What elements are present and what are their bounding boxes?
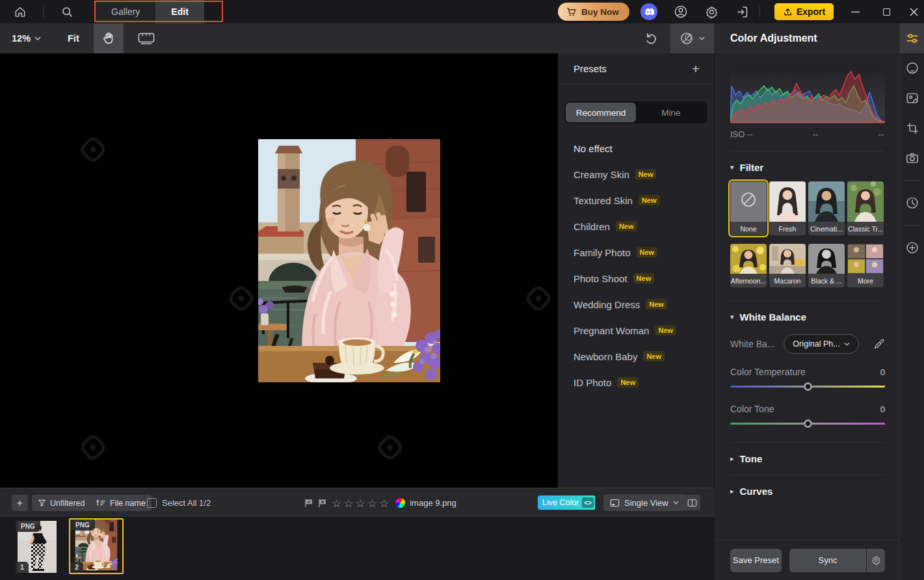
home-icon: [14, 5, 27, 18]
tab-edit[interactable]: Edit: [155, 0, 204, 23]
sidebar-item-adjustments[interactable]: [900, 23, 924, 53]
fit-button[interactable]: Fit: [68, 23, 79, 53]
undo-button[interactable]: [637, 23, 667, 53]
buy-now-button[interactable]: Buy Now: [558, 3, 629, 21]
flag-reject-icon[interactable]: [318, 498, 327, 508]
eyedropper-button[interactable]: [873, 337, 885, 350]
account-button[interactable]: [670, 0, 692, 23]
filter-fresh[interactable]: Fresh: [769, 181, 806, 235]
chevron-down-icon: [699, 36, 705, 40]
preset-item-textured-skin[interactable]: Textured SkinNew: [558, 187, 714, 213]
canvas-viewport[interactable]: [0, 53, 558, 488]
preset-item-id-photo[interactable]: ID PhotoNew: [558, 369, 714, 395]
preset-item-wedding-dress[interactable]: Wedding DressNew: [558, 291, 714, 317]
slider-thumb[interactable]: [804, 382, 812, 391]
filmstrip-view-button[interactable]: [131, 23, 161, 53]
exit-button[interactable]: [731, 0, 753, 23]
index-badge: 1: [16, 562, 29, 573]
minimize-button[interactable]: [844, 0, 866, 23]
preset-item-children[interactable]: ChildrenNew: [558, 213, 714, 239]
sort-by-button[interactable]: File name: [90, 495, 152, 511]
close-button[interactable]: [904, 0, 924, 23]
curves-section-header[interactable]: ▸ Curves: [730, 486, 885, 497]
gear-icon: [871, 555, 881, 565]
tab-recommend[interactable]: Recommend: [566, 103, 636, 122]
tab-mine[interactable]: Mine: [636, 103, 706, 122]
filmstrip-icon: [138, 32, 155, 45]
select-all-control[interactable]: Select All 1/2: [147, 495, 211, 511]
star-rating[interactable]: ☆☆☆☆☆: [332, 497, 391, 510]
filter-images-button[interactable]: Unfiltered: [32, 495, 91, 511]
filmstrip-thumbnail-2-selected[interactable]: PNG 2: [69, 518, 124, 574]
color-label-wheel-icon[interactable]: [395, 498, 405, 508]
preset-item-photo-shoot[interactable]: Photo ShootNew: [558, 265, 714, 291]
new-badge: New: [646, 299, 667, 310]
home-button[interactable]: [9, 0, 31, 23]
filter-none[interactable]: None: [730, 181, 767, 235]
select-all-checkbox[interactable]: [147, 498, 157, 508]
sync-settings-button[interactable]: [867, 549, 885, 572]
color-tone-label: Color Tone: [730, 404, 774, 414]
live-color-label: Live Color: [542, 498, 579, 507]
filter-afternoon[interactable]: Afternoon...: [730, 244, 767, 287]
discord-button[interactable]: [640, 3, 657, 20]
split-view-button[interactable]: [683, 495, 700, 510]
single-view-label: Single View: [624, 498, 668, 508]
sidebar-item-portrait-retouch[interactable]: [900, 53, 924, 83]
current-file-name: image 9.png: [410, 498, 456, 508]
titlebar-divider: [43, 6, 44, 18]
canvas-toolbar: 12% Fit: [0, 23, 715, 53]
export-button[interactable]: Export: [774, 3, 834, 20]
color-tone-value: 0: [880, 404, 885, 414]
maximize-button[interactable]: [875, 0, 897, 23]
sidebar-item-camera[interactable]: [900, 143, 924, 173]
save-preset-button[interactable]: Save Preset: [730, 549, 782, 572]
camera-icon: [905, 151, 919, 165]
view-mode-dropdown[interactable]: Single View: [603, 494, 685, 511]
close-icon: [910, 8, 918, 16]
filter-more[interactable]: More: [847, 244, 884, 287]
preset-item-pregnant-woman[interactable]: Pregnant WomanNew: [558, 317, 714, 343]
add-preset-button[interactable]: +: [692, 62, 700, 75]
filter-black-and-white[interactable]: Black & ...: [808, 244, 845, 287]
split-view-icon: [687, 499, 697, 507]
iso-value: ISO --: [730, 129, 753, 139]
settings-button[interactable]: [700, 0, 722, 23]
bottombar-divider: [678, 496, 679, 509]
tone-section-header[interactable]: ▸ Tone: [730, 453, 885, 464]
zoom-level-dropdown[interactable]: 12%: [12, 23, 41, 53]
white-balance-value: Original Ph...: [793, 339, 839, 349]
filmstrip-thumbnail-1[interactable]: PNG 1: [16, 521, 59, 573]
sidebar-item-photo-effects[interactable]: [900, 83, 924, 113]
hand-tool-button[interactable]: [94, 23, 124, 53]
sidebar-item-add-tool[interactable]: [900, 233, 924, 263]
collapsed-triangle-icon: ▸: [730, 487, 734, 495]
sync-button[interactable]: Sync: [789, 549, 866, 572]
select-all-label: Select All 1/2: [162, 498, 211, 508]
white-balance-section-header[interactable]: ▾ White Balance: [730, 311, 885, 323]
filter-section-header[interactable]: ▾ Filter: [730, 162, 885, 173]
filter-macaron[interactable]: Macaron: [769, 244, 806, 287]
color-temperature-slider[interactable]: [730, 382, 885, 391]
slider-thumb[interactable]: [804, 419, 812, 428]
preset-item-creamy-skin[interactable]: Creamy SkinNew: [558, 161, 714, 187]
white-balance-dropdown[interactable]: Original Ph...: [784, 334, 859, 354]
image-meta-group: ☆☆☆☆☆ image 9.png: [304, 494, 456, 512]
compare-view-button[interactable]: [670, 23, 714, 53]
search-button[interactable]: [56, 0, 78, 23]
filter-cinematic[interactable]: Cinemati...: [808, 181, 845, 235]
filter-classic[interactable]: Classic Tr...: [847, 181, 884, 235]
canvas-watermark-logo: [519, 279, 558, 318]
preset-item-family-photo[interactable]: Family PhotoNew: [558, 239, 714, 265]
live-color-badge[interactable]: Live Color <>: [538, 495, 596, 510]
tab-gallery[interactable]: Gallery: [96, 0, 155, 23]
sidebar-item-history[interactable]: [900, 188, 924, 218]
color-adjustment-panel: ISO -- -- -- ▾ Filter None Fresh: [715, 53, 899, 580]
sidebar-item-crop[interactable]: [900, 113, 924, 143]
add-image-button[interactable]: +: [12, 495, 28, 511]
flag-pick-icon[interactable]: [304, 498, 313, 508]
color-tone-slider[interactable]: [730, 419, 885, 428]
color-adjustment-header: Color Adjustment: [715, 23, 899, 53]
preset-item-no-effect[interactable]: No effect: [558, 135, 714, 161]
preset-item-newborn-baby[interactable]: Newborn BabyNew: [558, 343, 714, 369]
